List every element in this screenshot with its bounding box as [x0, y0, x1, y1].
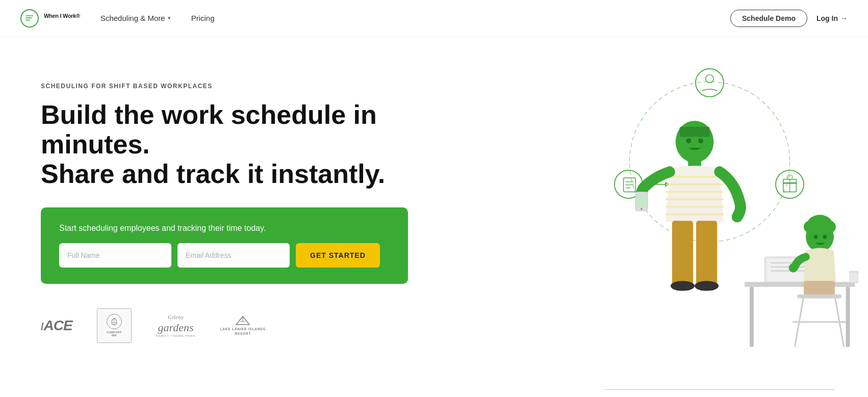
- gilroy-gardens-logo: Gilroy gardens FAMILY THEME PARK: [156, 314, 196, 337]
- logo-link[interactable]: When I Work®: [20, 9, 80, 28]
- svg-rect-36: [764, 257, 830, 283]
- logo-icon: [20, 9, 39, 28]
- svg-rect-53: [797, 295, 841, 299]
- cta-box: Start scheduling employees and tracking …: [41, 207, 408, 284]
- svg-rect-18: [783, 179, 797, 183]
- svg-rect-37: [767, 259, 827, 281]
- svg-rect-26: [636, 193, 647, 207]
- arrow-right-icon: →: [840, 14, 848, 22]
- svg-point-9: [696, 69, 724, 97]
- hero-title: Build the work schedule in minutes. Shar…: [41, 100, 439, 189]
- svg-point-16: [776, 170, 804, 198]
- eyebrow-text: SCHEDULING FOR SHIFT BASED WORKPLACES: [41, 83, 439, 90]
- svg-rect-0: [26, 15, 34, 16]
- cta-form: GET STARTED: [59, 243, 390, 268]
- svg-rect-41: [761, 282, 835, 285]
- svg-rect-54: [850, 272, 858, 283]
- svg-rect-29: [696, 221, 717, 286]
- hero-illustration: [521, 37, 868, 397]
- get-started-button[interactable]: GET STARTED: [296, 243, 380, 268]
- svg-point-47: [823, 235, 827, 239]
- svg-line-51: [835, 296, 844, 347]
- svg-rect-35: [846, 287, 850, 347]
- login-button[interactable]: Log In →: [816, 14, 848, 22]
- main-content: SCHEDULING FOR SHIFT BASED WORKPLACES Bu…: [0, 37, 868, 397]
- svg-point-27: [641, 208, 643, 210]
- email-input[interactable]: [177, 243, 290, 268]
- main-navigation: When I Work® Scheduling & More ▾ Pricing…: [0, 0, 868, 37]
- svg-rect-24: [688, 161, 701, 170]
- schedule-demo-button[interactable]: Schedule Demo: [730, 10, 807, 27]
- partner-logos: /ACE COMFORTINN: [41, 308, 439, 343]
- chevron-down-icon: ▾: [168, 15, 171, 21]
- svg-point-44: [804, 221, 816, 233]
- svg-rect-33: [745, 282, 855, 287]
- cta-subtitle: Start scheduling employees and tracking …: [59, 224, 390, 233]
- svg-rect-34: [750, 287, 754, 347]
- svg-point-31: [695, 281, 719, 291]
- nav-scheduling-link[interactable]: Scheduling & More ▾: [100, 14, 171, 22]
- svg-point-11: [615, 170, 643, 198]
- svg-rect-17: [783, 183, 797, 192]
- svg-point-45: [824, 221, 836, 233]
- logo-svg: [24, 13, 35, 23]
- svg-point-46: [814, 235, 818, 239]
- svg-point-20: [676, 121, 714, 163]
- nav-right: Schedule Demo Log In →: [730, 10, 848, 27]
- brand-name: When I Work®: [44, 12, 80, 25]
- comfort-inn-logo: COMFORTINN: [97, 308, 132, 343]
- svg-point-42: [806, 222, 834, 252]
- svg-rect-2: [26, 19, 30, 20]
- svg-point-10: [706, 75, 714, 83]
- svg-rect-49: [804, 281, 835, 296]
- svg-rect-28: [672, 221, 693, 286]
- svg-rect-23: [680, 127, 710, 137]
- svg-rect-12: [624, 178, 636, 192]
- svg-point-22: [698, 138, 703, 143]
- svg-point-43: [807, 215, 832, 233]
- lake-lanier-logo: LAKE LANIER ISLANDSRESORT: [220, 315, 266, 336]
- svg-point-21: [686, 138, 691, 143]
- svg-point-8: [629, 82, 789, 242]
- svg-rect-25: [635, 192, 648, 210]
- full-name-input[interactable]: [59, 243, 171, 268]
- svg-point-30: [671, 281, 695, 291]
- ace-logo: /ACE: [41, 317, 72, 334]
- svg-rect-55: [849, 271, 859, 273]
- hero-content: SCHEDULING FOR SHIFT BASED WORKPLACES Bu…: [41, 67, 439, 343]
- svg-line-50: [795, 296, 804, 347]
- svg-point-48: [789, 263, 798, 273]
- nav-pricing-link[interactable]: Pricing: [191, 14, 215, 22]
- nav-left: When I Work® Scheduling & More ▾ Pricing: [20, 9, 215, 28]
- svg-rect-1: [26, 17, 32, 18]
